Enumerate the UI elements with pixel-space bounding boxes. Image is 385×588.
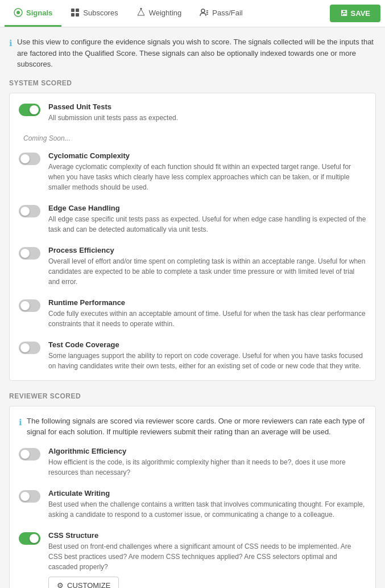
signal-css-structure: CSS Structure Best used on front-end cha… bbox=[19, 531, 366, 589]
toggle-algorithmic-efficiency[interactable] bbox=[19, 448, 40, 462]
save-button[interactable]: 🖫 SAVE bbox=[330, 5, 380, 22]
reviewer-scored-card: ℹ The following signals are scored via r… bbox=[9, 406, 376, 589]
weighting-icon bbox=[136, 8, 146, 17]
save-icon: 🖫 bbox=[340, 9, 347, 18]
subscores-icon bbox=[71, 8, 80, 17]
signal-edge-case-handling: Edge Case Handling All edge case specifi… bbox=[19, 204, 366, 235]
toggle-cyclomatic-complexity[interactable] bbox=[19, 153, 40, 167]
tab-signals[interactable]: Signals bbox=[5, 0, 61, 27]
toggle-test-code-coverage[interactable] bbox=[19, 342, 40, 356]
signals-icon bbox=[14, 8, 23, 17]
svg-point-1 bbox=[16, 11, 20, 14]
reviewer-info-icon: ℹ bbox=[19, 416, 22, 429]
tab-bar: Signals Subscores Weighting bbox=[0, 0, 385, 27]
info-icon: ℹ bbox=[9, 37, 13, 50]
toggle-passed-unit-tests[interactable] bbox=[19, 104, 40, 118]
system-scored-card: Passed Unit Tests All submission unit te… bbox=[9, 93, 376, 381]
tab-subscores[interactable]: Subscores bbox=[61, 0, 127, 27]
reviewer-info-box: ℹ The following signals are scored via r… bbox=[19, 416, 366, 438]
svg-rect-2 bbox=[71, 9, 74, 12]
svg-rect-5 bbox=[76, 13, 79, 17]
signal-algorithmic-efficiency: Algorithmic Efficiency How efficient is … bbox=[19, 447, 366, 478]
reviewer-scored-title: REVIEWER SCORED bbox=[9, 392, 376, 400]
signal-cyclomatic-complexity: Cyclomatic Complexity Average cyclomatic… bbox=[19, 151, 366, 192]
system-scored-title: SYSTEM SCORED bbox=[9, 79, 376, 87]
toggle-process-efficiency[interactable] bbox=[19, 247, 40, 261]
tab-passfail[interactable]: Pass/Fail bbox=[191, 0, 251, 27]
passfail-icon bbox=[200, 8, 209, 17]
svg-point-8 bbox=[201, 9, 205, 13]
signal-process-efficiency: Process Efficiency Overall level of effo… bbox=[19, 246, 366, 287]
svg-rect-3 bbox=[76, 9, 79, 12]
signal-runtime-performance: Runtime Performance Code fully executes … bbox=[19, 298, 366, 329]
tab-weighting[interactable]: Weighting bbox=[127, 0, 191, 27]
signal-articulate-writing: Articulate Writing Best used when the ch… bbox=[19, 489, 366, 520]
svg-point-7 bbox=[140, 8, 142, 10]
customize-button[interactable]: ⚙ CUSTOMIZE bbox=[48, 577, 119, 589]
main-content: ℹ Use this view to configure the evidenc… bbox=[0, 27, 385, 588]
toggle-edge-case-handling[interactable] bbox=[19, 205, 40, 219]
toggle-runtime-performance[interactable] bbox=[19, 299, 40, 314]
signal-test-code-coverage: Test Code Coverage Some languages suppor… bbox=[19, 340, 366, 371]
svg-rect-4 bbox=[71, 13, 74, 17]
toggle-css-structure[interactable] bbox=[19, 532, 40, 546]
customize-icon: ⚙ bbox=[57, 581, 64, 589]
signal-passed-unit-tests: Passed Unit Tests All submission unit te… bbox=[19, 102, 366, 123]
info-box: ℹ Use this view to configure the evidenc… bbox=[9, 36, 376, 70]
coming-soon-label: Coming Soon... bbox=[19, 134, 366, 142]
toggle-articulate-writing[interactable] bbox=[19, 490, 40, 504]
